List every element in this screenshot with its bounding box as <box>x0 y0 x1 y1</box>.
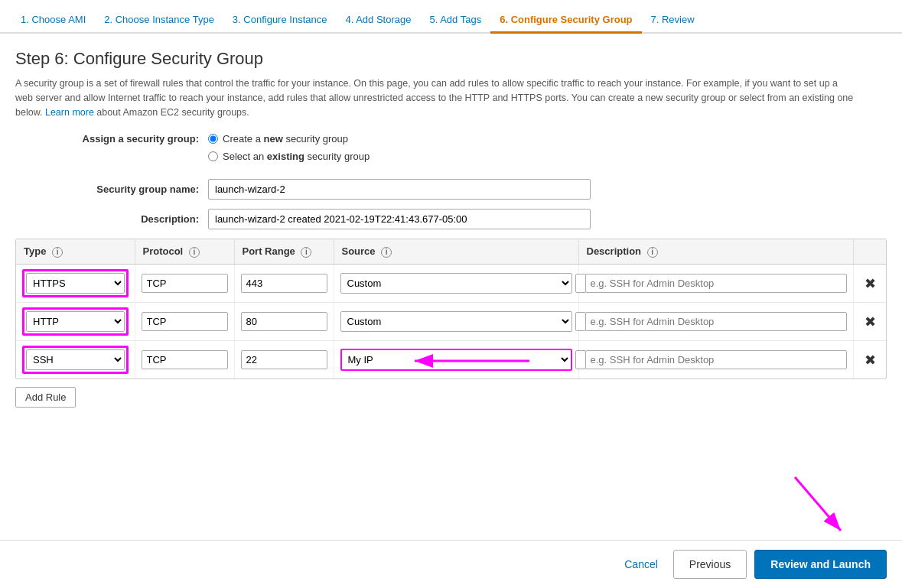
col-header-source: Source i <box>334 239 578 265</box>
protocol-input-2 <box>142 312 228 331</box>
source-cell-3: Custom Anywhere My IP <box>334 341 578 379</box>
sg-description-label: Description: <box>77 213 199 225</box>
page-title: Step 6: Configure Security Group <box>15 49 887 69</box>
add-rule-button[interactable]: Add Rule <box>15 387 76 408</box>
protocol-cell-1 <box>135 265 234 303</box>
action-cell-2: ✖ <box>854 303 887 341</box>
description-input-2[interactable] <box>585 312 848 331</box>
previous-button[interactable]: Previous <box>673 550 747 579</box>
rules-table-container: Type i Protocol i Port Range i Source i <box>15 239 887 379</box>
protocol-input-1 <box>142 274 228 293</box>
table-header-row: Type i Protocol i Port Range i Source i <box>16 239 886 265</box>
port-range-input-1[interactable] <box>241 274 327 293</box>
type-select-1[interactable]: HTTPS HTTP SSH Custom TCP Rule All traff… <box>26 273 125 294</box>
port-range-cell-3 <box>234 341 334 379</box>
wizard-steps: 1. Choose AMI 2. Choose Instance Type 3.… <box>0 0 902 34</box>
description-input-1[interactable] <box>585 274 848 293</box>
port-range-info-icon[interactable]: i <box>301 247 311 258</box>
source-type-select-1[interactable]: Custom Anywhere My IP <box>340 273 572 294</box>
action-cell-1: ✖ <box>854 265 887 303</box>
step-add-storage[interactable]: 4. Add Storage <box>336 8 420 34</box>
sg-name-label: Security group name: <box>77 184 199 195</box>
remove-button-3[interactable]: ✖ <box>860 350 880 370</box>
protocol-info-icon[interactable]: i <box>189 247 200 258</box>
review-launch-button[interactable]: Review and Launch <box>754 550 887 579</box>
radio-select-existing-label: Select an existing security group <box>223 151 370 162</box>
type-select-3[interactable]: HTTPS HTTP SSH Custom TCP Rule All traff… <box>26 349 125 370</box>
sg-description-input[interactable] <box>208 209 591 229</box>
source-info-icon[interactable]: i <box>381 247 392 258</box>
table-row: HTTPS HTTP SSH Custom TCP Rule All traff… <box>16 341 886 379</box>
type-select-2[interactable]: HTTPS HTTP SSH Custom TCP Rule All traff… <box>26 311 125 332</box>
protocol-input-3 <box>142 350 228 369</box>
main-content: Step 6: Configure Security Group A secur… <box>0 34 902 469</box>
assign-label: Assign a security group: <box>77 133 199 145</box>
source-cell-2: Custom Anywhere My IP <box>334 303 578 341</box>
cancel-button[interactable]: Cancel <box>617 552 666 577</box>
description-text: A security group is a set of firewall ru… <box>15 76 857 119</box>
table-row: HTTPS HTTP SSH Custom TCP Rule All traff… <box>16 303 886 341</box>
sg-name-input[interactable] <box>208 179 591 200</box>
col-header-action <box>854 239 887 265</box>
source-cell-1: Custom Anywhere My IP <box>334 265 578 303</box>
description-info-icon[interactable]: i <box>647 247 658 258</box>
radio-create-new-label: Create a new security group <box>223 133 348 145</box>
learn-more-link[interactable]: Learn more <box>45 107 94 118</box>
step-choose-ami[interactable]: 1. Choose AMI <box>11 8 95 34</box>
rules-table: Type i Protocol i Port Range i Source i <box>16 239 886 378</box>
port-range-input-2[interactable] <box>241 312 327 331</box>
col-header-description: Description i <box>578 239 854 265</box>
protocol-cell-3 <box>135 341 234 379</box>
sg-description-row: Description: <box>15 209 887 229</box>
source-type-select-3[interactable]: Custom Anywhere My IP <box>340 349 572 371</box>
type-cell-1: HTTPS HTTP SSH Custom TCP Rule All traff… <box>16 265 135 303</box>
port-range-input-3[interactable] <box>241 350 327 369</box>
source-type-select-2[interactable]: Custom Anywhere My IP <box>340 311 572 332</box>
remove-button-1[interactable]: ✖ <box>860 274 880 294</box>
description-cell-1 <box>578 265 854 303</box>
remove-button-2[interactable]: ✖ <box>860 312 880 332</box>
description-cell-3 <box>578 341 854 379</box>
col-header-port-range: Port Range i <box>234 239 334 265</box>
type-cell-2: HTTPS HTTP SSH Custom TCP Rule All traff… <box>16 303 135 341</box>
description-cell-2 <box>578 303 854 341</box>
radio-create-new[interactable] <box>208 134 218 144</box>
step-choose-instance-type[interactable]: 2. Choose Instance Type <box>95 8 223 34</box>
step-add-tags[interactable]: 5. Add Tags <box>420 8 490 34</box>
description-input-3[interactable] <box>585 350 848 369</box>
source-value-input-3[interactable] <box>575 350 586 369</box>
col-header-protocol: Protocol i <box>135 239 234 265</box>
table-row: HTTPS HTTP SSH Custom TCP Rule All traff… <box>16 265 886 303</box>
svg-line-3 <box>795 477 841 531</box>
sg-name-row: Security group name: <box>15 179 887 200</box>
bottom-right-arrow-annotation <box>772 469 864 546</box>
type-cell-3: HTTPS HTTP SSH Custom TCP Rule All traff… <box>16 341 135 379</box>
type-info-icon[interactable]: i <box>52 247 63 258</box>
source-value-input-2[interactable] <box>575 312 586 331</box>
radio-select-existing[interactable] <box>208 151 218 161</box>
step-configure-instance[interactable]: 3. Configure Instance <box>223 8 337 34</box>
port-range-cell-1 <box>234 265 334 303</box>
source-value-input-1[interactable] <box>575 274 586 293</box>
step-review[interactable]: 7. Review <box>642 8 704 34</box>
action-cell-3: ✖ <box>854 341 887 379</box>
port-range-cell-2 <box>234 303 334 341</box>
step-configure-security-group[interactable]: 6. Configure Security Group <box>490 8 641 34</box>
bottom-bar: Cancel Previous Review and Launch <box>0 540 902 588</box>
col-header-type: Type i <box>16 239 135 265</box>
protocol-cell-2 <box>135 303 234 341</box>
